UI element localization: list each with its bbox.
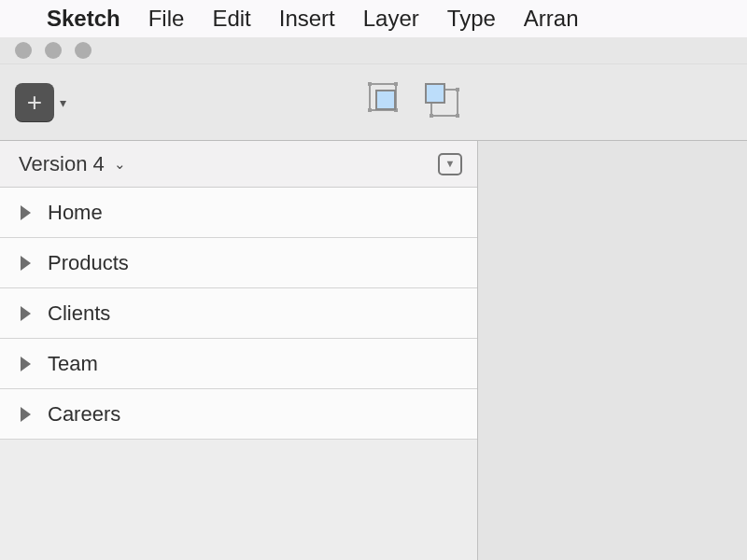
toolbar-group-tools — [369, 83, 462, 120]
menu-type[interactable]: Type — [447, 6, 496, 32]
page-item-label: Products — [48, 251, 129, 275]
page-item-home[interactable]: Home — [0, 188, 477, 238]
insert-button[interactable]: + — [15, 83, 54, 122]
page-item-label: Home — [48, 201, 103, 225]
insert-dropdown-caret[interactable]: ▾ — [60, 95, 66, 110]
page-item-products[interactable]: Products — [0, 238, 477, 288]
document-version-label: Version 4 — [19, 152, 105, 176]
canvas-area[interactable] — [478, 141, 747, 560]
plus-icon: + — [27, 88, 42, 118]
create-symbol-icon[interactable] — [369, 83, 406, 120]
disclosure-triangle-icon[interactable] — [21, 205, 31, 220]
caret-down-icon: ▼ — [445, 159, 456, 169]
disclosure-triangle-icon[interactable] — [21, 256, 31, 271]
menu-arrange[interactable]: Arran — [524, 6, 579, 32]
detach-symbol-icon[interactable] — [425, 83, 462, 120]
page-item-label: Clients — [48, 301, 110, 326]
pages-panel-header: Version 4 ⌄ ▼ — [0, 141, 477, 188]
page-item-label: Team — [48, 352, 98, 376]
page-item-clients[interactable]: Clients — [0, 288, 477, 339]
pages-panel-empty-area — [0, 440, 477, 560]
menu-layer[interactable]: Layer — [363, 6, 419, 32]
window-close-button[interactable] — [15, 42, 32, 59]
page-item-team[interactable]: Team — [0, 339, 477, 389]
chevron-down-icon: ⌄ — [114, 156, 126, 173]
window-zoom-button[interactable] — [75, 42, 92, 59]
app-toolbar: + ▾ — [0, 64, 747, 141]
pages-panel: Version 4 ⌄ ▼ Home Products Clients Team… — [0, 141, 478, 560]
system-menubar: Sketch File Edit Insert Layer Type Arran — [0, 0, 747, 37]
panel-menu-button[interactable]: ▼ — [438, 153, 462, 175]
page-item-careers[interactable]: Careers — [0, 389, 477, 440]
menu-file[interactable]: File — [148, 6, 185, 32]
window-titlebar — [0, 37, 747, 64]
app-menu[interactable]: Sketch — [47, 6, 120, 32]
window-minimize-button[interactable] — [45, 42, 62, 59]
disclosure-triangle-icon[interactable] — [21, 357, 31, 371]
disclosure-triangle-icon[interactable] — [21, 306, 31, 321]
page-item-label: Careers — [48, 402, 120, 427]
menu-insert[interactable]: Insert — [279, 6, 335, 32]
disclosure-triangle-icon[interactable] — [21, 407, 31, 422]
menu-edit[interactable]: Edit — [212, 6, 250, 32]
document-version-dropdown[interactable]: Version 4 ⌄ — [19, 152, 126, 176]
